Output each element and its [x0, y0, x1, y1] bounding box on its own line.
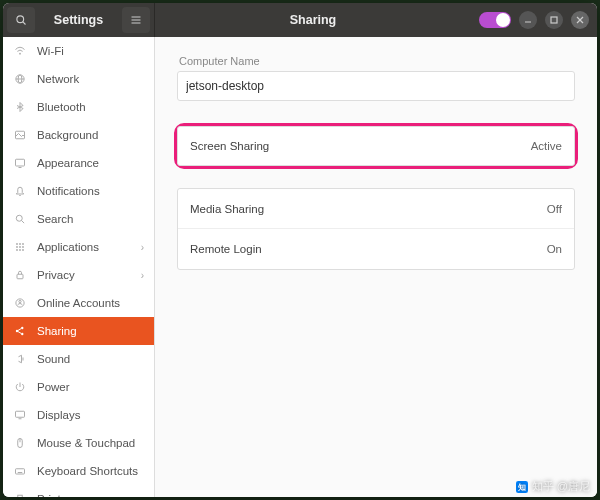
power-icon	[13, 380, 27, 394]
screen-sharing-highlight: Screen Sharing Active	[174, 123, 578, 169]
sidebar-item-background[interactable]: Background	[3, 121, 154, 149]
sidebar-item-label: Background	[37, 129, 144, 141]
sidebar-item-label: Network	[37, 73, 144, 85]
svg-rect-42	[16, 469, 25, 474]
svg-rect-28	[17, 274, 23, 279]
maximize-icon	[550, 16, 558, 24]
sidebar-item-power[interactable]: Power	[3, 373, 154, 401]
svg-point-27	[22, 249, 24, 251]
svg-point-23	[19, 246, 21, 248]
svg-point-0	[17, 16, 24, 23]
sidebar-item-keyboard-shortcuts[interactable]: Keyboard Shortcuts	[3, 457, 154, 485]
sidebar-item-label: Displays	[37, 409, 144, 421]
sidebar-item-label: Wi-Fi	[37, 45, 144, 57]
privacy-icon	[13, 268, 27, 282]
appearance-icon	[13, 156, 27, 170]
svg-rect-45	[18, 495, 23, 497]
sidebar-item-network[interactable]: Network	[3, 65, 154, 93]
sidebar-item-mouse-touchpad[interactable]: Mouse & Touchpad	[3, 429, 154, 457]
sidebar-item-label: Applications	[37, 241, 131, 253]
chevron-right-icon: ›	[141, 242, 144, 253]
row-label: Remote Login	[190, 243, 262, 255]
sidebar-item-privacy[interactable]: Privacy›	[3, 261, 154, 289]
settings-window: Settings Sharing Wi-FiNetworkBluetoothBa…	[3, 3, 597, 497]
svg-line-34	[18, 329, 21, 331]
svg-point-17	[16, 215, 22, 221]
wifi-icon	[13, 44, 27, 58]
sidebar-item-notifications[interactable]: Notifications	[3, 177, 154, 205]
watermark-text: 知乎 @唐尼	[532, 479, 590, 494]
sidebar-item-label: Sharing	[37, 325, 144, 337]
sidebar-item-label: Power	[37, 381, 144, 393]
maximize-button[interactable]	[545, 11, 563, 29]
computer-name-label: Computer Name	[177, 55, 575, 67]
hamburger-icon	[130, 14, 142, 26]
content: Wi-FiNetworkBluetoothBackgroundAppearanc…	[3, 37, 597, 497]
svg-rect-6	[551, 17, 557, 23]
search-icon	[13, 212, 27, 226]
sidebar[interactable]: Wi-FiNetworkBluetoothBackgroundAppearanc…	[3, 37, 155, 497]
titlebar-left: Settings	[3, 3, 155, 37]
close-icon	[576, 16, 584, 24]
menu-button[interactable]	[122, 7, 150, 33]
minimize-button[interactable]	[519, 11, 537, 29]
computer-name-input[interactable]	[177, 71, 575, 101]
sidebar-item-label: Bluetooth	[37, 101, 144, 113]
row-screen-sharing[interactable]: Screen Sharing Active	[177, 126, 575, 166]
titlebar-right	[471, 3, 597, 37]
row-remote-login[interactable]: Remote Login On	[178, 229, 574, 269]
notifications-icon	[13, 184, 27, 198]
network-icon	[13, 72, 27, 86]
svg-point-26	[19, 249, 21, 251]
svg-line-1	[23, 22, 26, 25]
row-media-sharing[interactable]: Media Sharing Off	[178, 189, 574, 229]
sidebar-item-sound[interactable]: Sound	[3, 345, 154, 373]
sidebar-item-search[interactable]: Search	[3, 205, 154, 233]
sidebar-item-label: Keyboard Shortcuts	[37, 465, 144, 477]
sidebar-item-appearance[interactable]: Appearance	[3, 149, 154, 177]
sidebar-item-bluetooth[interactable]: Bluetooth	[3, 93, 154, 121]
sidebar-item-label: Online Accounts	[37, 297, 144, 309]
titlebar: Settings Sharing	[3, 3, 597, 37]
svg-line-18	[22, 221, 25, 224]
keyboard-icon	[13, 464, 27, 478]
page-title: Sharing	[155, 3, 471, 37]
sidebar-item-label: Appearance	[37, 157, 144, 169]
mouse-icon	[13, 436, 27, 450]
sidebar-item-label: Search	[37, 213, 144, 225]
minimize-icon	[524, 16, 532, 24]
bluetooth-icon	[13, 100, 27, 114]
svg-rect-14	[16, 159, 25, 166]
sidebar-item-label: Privacy	[37, 269, 131, 281]
main-panel: Computer Name Screen Sharing Active Medi…	[155, 37, 597, 497]
svg-point-19	[16, 243, 18, 245]
sidebar-item-displays[interactable]: Displays	[3, 401, 154, 429]
background-icon	[13, 128, 27, 142]
sidebar-item-printers[interactable]: Printers	[3, 485, 154, 497]
sharing-rows: Media Sharing Off Remote Login On	[177, 188, 575, 270]
sidebar-item-wi-fi[interactable]: Wi-Fi	[3, 37, 154, 65]
svg-text:知: 知	[517, 483, 526, 492]
search-button[interactable]	[7, 7, 35, 33]
sidebar-item-sharing[interactable]: Sharing	[3, 317, 154, 345]
sharing-icon	[13, 324, 27, 338]
accounts-icon	[13, 296, 27, 310]
close-button[interactable]	[571, 11, 589, 29]
sidebar-item-applications[interactable]: Applications›	[3, 233, 154, 261]
sidebar-item-label: Printers	[37, 493, 144, 497]
applications-icon	[13, 240, 27, 254]
settings-title: Settings	[39, 13, 118, 27]
svg-point-9	[19, 53, 21, 55]
chevron-right-icon: ›	[141, 270, 144, 281]
search-icon	[15, 14, 27, 26]
row-label: Media Sharing	[190, 203, 264, 215]
zhihu-icon: 知	[516, 481, 528, 493]
sidebar-item-label: Mouse & Touchpad	[37, 437, 144, 449]
sidebar-item-online-accounts[interactable]: Online Accounts	[3, 289, 154, 317]
printers-icon	[13, 492, 27, 497]
watermark: 知 知乎 @唐尼	[516, 479, 590, 494]
sharing-master-toggle[interactable]	[479, 12, 511, 28]
svg-point-20	[19, 243, 21, 245]
svg-rect-38	[16, 411, 25, 417]
displays-icon	[13, 408, 27, 422]
